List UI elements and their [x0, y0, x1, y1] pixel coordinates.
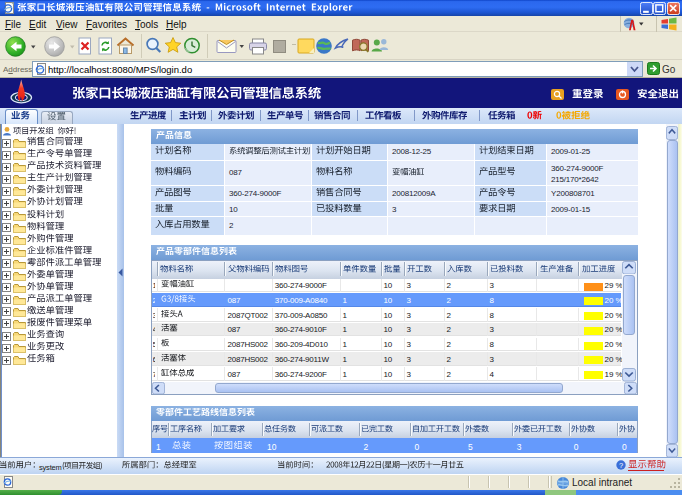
svg-text:?: ?: [619, 461, 623, 470]
